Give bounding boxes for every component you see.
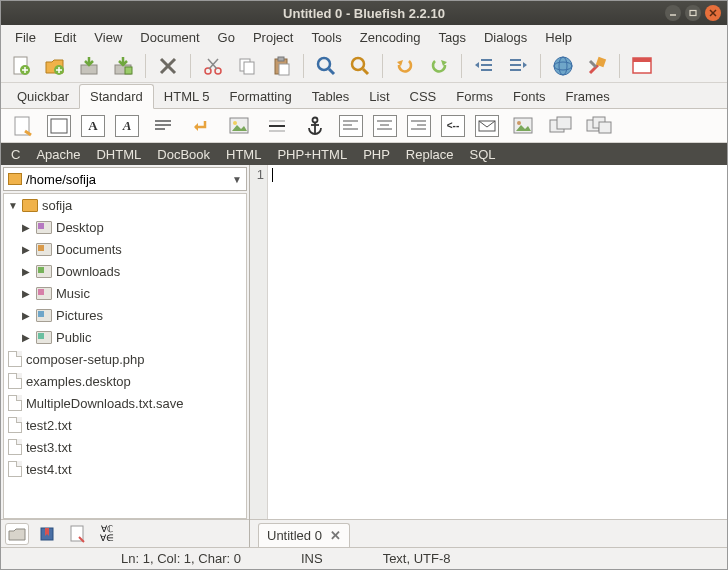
save-button[interactable] [75, 52, 103, 80]
undo-button[interactable] [391, 52, 419, 80]
lang-docbook[interactable]: DocBook [157, 147, 210, 162]
expand-icon[interactable]: ▶ [22, 288, 32, 299]
tab-frames[interactable]: Frames [556, 85, 620, 108]
unindent-button[interactable] [470, 52, 498, 80]
italic-button[interactable]: A [115, 115, 139, 137]
file-tree[interactable]: ▼ sofija ▶Desktop ▶Documents ▶Downloads … [3, 193, 247, 519]
comment-button[interactable]: <-- [441, 115, 465, 137]
close-tab-icon[interactable]: ✕ [330, 528, 341, 543]
separator [303, 54, 304, 78]
cut-button[interactable] [199, 52, 227, 80]
lang-c[interactable]: C [11, 147, 20, 162]
tree-folder[interactable]: ▶Desktop [4, 216, 246, 238]
expand-icon[interactable]: ▶ [22, 222, 32, 233]
tab-tables[interactable]: Tables [302, 85, 360, 108]
close-file-button[interactable] [154, 52, 182, 80]
body-button[interactable] [47, 115, 71, 137]
tree-folder[interactable]: ▶Downloads [4, 260, 246, 282]
lang-dhtml[interactable]: DHTML [96, 147, 141, 162]
email-button[interactable] [475, 115, 499, 137]
tab-forms[interactable]: Forms [446, 85, 503, 108]
tree-folder[interactable]: ▶Documents [4, 238, 246, 260]
tree-folder[interactable]: ▶Music [4, 282, 246, 304]
tab-fonts[interactable]: Fonts [503, 85, 556, 108]
sidetab-charmap[interactable]: ∀ℂ∀∈ [95, 523, 119, 545]
expand-icon[interactable]: ▶ [22, 310, 32, 321]
open-file-button[interactable] [41, 52, 69, 80]
quickstart-button[interactable] [9, 112, 37, 140]
svg-rect-24 [279, 64, 289, 75]
collapse-icon[interactable]: ▼ [8, 200, 18, 211]
expand-icon[interactable]: ▶ [22, 266, 32, 277]
align-center-button[interactable] [373, 115, 397, 137]
close-button[interactable] [705, 5, 721, 21]
maximize-button[interactable] [685, 5, 701, 21]
tree-file[interactable]: test2.txt [4, 414, 246, 436]
anchor-button[interactable] [301, 112, 329, 140]
menu-go[interactable]: Go [210, 28, 243, 47]
tab-css[interactable]: CSS [400, 85, 447, 108]
tab-standard[interactable]: Standard [79, 84, 154, 109]
tree-file[interactable]: MultipleDownloads.txt.save [4, 392, 246, 414]
minimize-button[interactable] [665, 5, 681, 21]
thumbnail-button[interactable] [509, 112, 537, 140]
sidetab-filebrowser[interactable] [5, 523, 29, 545]
menu-dialogs[interactable]: Dialogs [476, 28, 535, 47]
tree-folder[interactable]: ▶Public [4, 326, 246, 348]
thumbnails-button[interactable] [547, 112, 575, 140]
tree-file[interactable]: composer-setup.php [4, 348, 246, 370]
expand-icon[interactable]: ▶ [22, 332, 32, 343]
find-replace-button[interactable] [346, 52, 374, 80]
browser-preview-button[interactable] [549, 52, 577, 80]
tree-folder[interactable]: ▶Pictures [4, 304, 246, 326]
lang-php[interactable]: PHP [363, 147, 390, 162]
tab-list[interactable]: List [359, 85, 399, 108]
lang-replace[interactable]: Replace [406, 147, 454, 162]
fullscreen-button[interactable] [628, 52, 656, 80]
path-combobox[interactable]: /home/sofija ▼ [3, 167, 247, 191]
tree-root[interactable]: ▼ sofija [4, 194, 246, 216]
tab-quickbar[interactable]: Quickbar [7, 85, 79, 108]
document-tab[interactable]: Untitled 0 ✕ [258, 523, 350, 547]
image-button[interactable] [225, 112, 253, 140]
tab-html5[interactable]: HTML 5 [154, 85, 220, 108]
break-button[interactable] [187, 112, 215, 140]
lang-html[interactable]: HTML [226, 147, 261, 162]
menu-zencoding[interactable]: Zencoding [352, 28, 429, 47]
menu-document[interactable]: Document [132, 28, 207, 47]
lang-sql[interactable]: SQL [470, 147, 496, 162]
menu-tools[interactable]: Tools [303, 28, 349, 47]
save-as-button[interactable] [109, 52, 137, 80]
menu-help[interactable]: Help [537, 28, 580, 47]
hr-button[interactable] [263, 112, 291, 140]
menu-file[interactable]: File [7, 28, 44, 47]
paragraph-button[interactable] [149, 112, 177, 140]
text-editor[interactable] [268, 165, 727, 519]
lang-phphtml[interactable]: PHP+HTML [277, 147, 347, 162]
find-button[interactable] [312, 52, 340, 80]
sidetab-bookmarks[interactable] [35, 523, 59, 545]
menu-project[interactable]: Project [245, 28, 301, 47]
bold-button[interactable]: A [81, 115, 105, 137]
new-file-button[interactable] [7, 52, 35, 80]
tree-file[interactable]: test3.txt [4, 436, 246, 458]
tree-file[interactable]: test4.txt [4, 458, 246, 480]
menu-view[interactable]: View [86, 28, 130, 47]
menu-tags[interactable]: Tags [430, 28, 473, 47]
tab-formatting[interactable]: Formatting [220, 85, 302, 108]
indent-button[interactable] [504, 52, 532, 80]
tree-file[interactable]: examples.desktop [4, 370, 246, 392]
copy-button[interactable] [233, 52, 261, 80]
preferences-button[interactable] [583, 52, 611, 80]
multi-thumbnail-button[interactable] [585, 112, 613, 140]
expand-icon[interactable]: ▶ [22, 244, 32, 255]
paste-button[interactable] [267, 52, 295, 80]
redo-button[interactable] [425, 52, 453, 80]
align-left-button[interactable] [339, 115, 363, 137]
align-right-button[interactable] [407, 115, 431, 137]
menu-edit[interactable]: Edit [46, 28, 84, 47]
status-encoding[interactable]: Text, UTF-8 [383, 551, 451, 566]
lang-apache[interactable]: Apache [36, 147, 80, 162]
sidetab-snippets[interactable] [65, 523, 89, 545]
status-insert-mode[interactable]: INS [301, 551, 323, 566]
